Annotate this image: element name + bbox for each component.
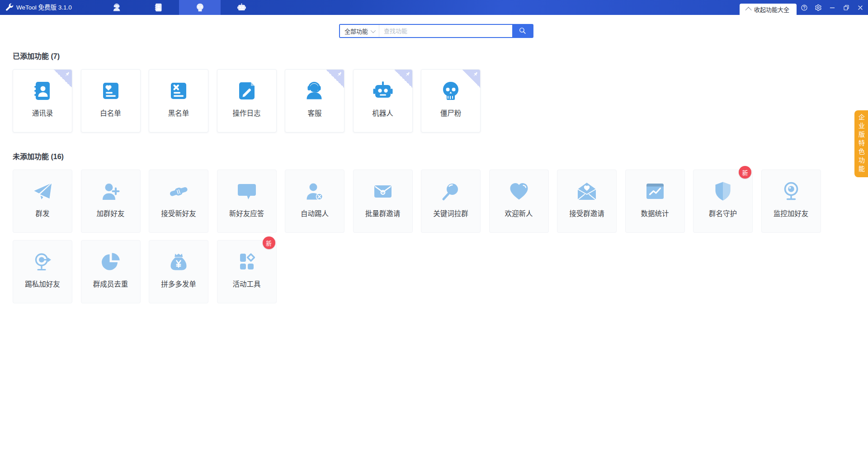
card-label: 群发 bbox=[35, 208, 49, 218]
card-headset-person[interactable]: 客服 bbox=[285, 69, 344, 132]
card-envelope-open-heart[interactable]: 接受群邀请 bbox=[557, 170, 617, 233]
card-label: 操作日志 bbox=[232, 108, 260, 118]
card-label: 自动踢人 bbox=[301, 208, 329, 218]
stats-chart-icon bbox=[644, 180, 666, 202]
card-person-remove[interactable]: 自动踢人 bbox=[285, 170, 344, 233]
titlebar: WeTool 免费版 3.1.0 收起功能大全 bbox=[0, 0, 868, 15]
handshake-icon bbox=[168, 180, 189, 202]
envelope-icon bbox=[372, 180, 394, 202]
pin-corner bbox=[394, 70, 412, 88]
search-bar: 全部功能 bbox=[339, 24, 533, 38]
help-icon[interactable] bbox=[800, 4, 808, 12]
card-label: 接受群邀请 bbox=[569, 208, 604, 218]
skull-icon bbox=[195, 3, 205, 12]
section-title-unadded: 未添加功能 (16) bbox=[13, 151, 64, 161]
card-label: 新好友应答 bbox=[229, 208, 264, 218]
card-webcam[interactable]: 监控加好友 bbox=[761, 170, 821, 233]
activity-grid-icon bbox=[236, 251, 258, 273]
speech-bubble-icon bbox=[236, 180, 258, 202]
chevron-down-icon bbox=[371, 28, 376, 33]
titlebar-tab-contacts[interactable] bbox=[137, 0, 179, 15]
card-heart[interactable]: 欢迎新人 bbox=[489, 170, 549, 233]
card-label: 僵尸粉 bbox=[440, 108, 462, 118]
pin-corner bbox=[462, 70, 480, 88]
card-robot[interactable]: 机器人 bbox=[353, 69, 413, 132]
card-label: 通讯录 bbox=[32, 108, 53, 118]
headset-person-icon bbox=[304, 80, 326, 102]
card-label: 批量群邀请 bbox=[365, 208, 401, 218]
person-plus-icon bbox=[100, 180, 122, 202]
card-magnifier-lens[interactable]: 关键词拉群 bbox=[421, 170, 481, 233]
window-controls bbox=[800, 0, 864, 15]
card-skull[interactable]: 僵尸粉 bbox=[421, 69, 481, 132]
card-envelope[interactable]: 批量群邀请 bbox=[353, 170, 413, 233]
new-badge: 新 bbox=[263, 236, 275, 249]
card-label: 接受新好友 bbox=[161, 208, 196, 218]
robot-icon bbox=[372, 80, 394, 102]
person-remove-icon bbox=[304, 180, 326, 202]
added-grid: 通讯录白名单黑名单操作日志客服机器人僵尸粉 bbox=[13, 69, 481, 132]
card-label: 关键词拉群 bbox=[433, 208, 468, 218]
card-speech-bubble[interactable]: 新好友应答 bbox=[217, 170, 277, 233]
card-handshake[interactable]: 接受新好友 bbox=[149, 170, 208, 233]
magnifier-icon bbox=[519, 27, 526, 36]
card-label: 机器人 bbox=[372, 108, 393, 118]
card-contact-book[interactable]: 通讯录 bbox=[13, 69, 72, 132]
card-stats-chart[interactable]: 数据统计 bbox=[625, 170, 685, 233]
card-label: 踢私加好友 bbox=[25, 279, 60, 288]
card-blacklist-card[interactable]: 黑名单 bbox=[149, 69, 208, 132]
card-label: 欢迎新人 bbox=[505, 208, 533, 218]
robot-icon bbox=[237, 3, 246, 12]
envelope-open-heart-icon bbox=[576, 180, 598, 202]
search-button[interactable] bbox=[512, 25, 533, 37]
card-log-pencil[interactable]: 操作日志 bbox=[217, 69, 277, 132]
unadded-grid: 群发加群好友接受新好友新好友应答自动踢人批量群邀请关键词拉群欢迎新人接受群邀请数… bbox=[13, 170, 821, 303]
titlebar-tab-customer-service[interactable] bbox=[96, 0, 137, 15]
card-paper-plane[interactable]: 群发 bbox=[13, 170, 72, 233]
enterprise-features-tab[interactable]: 企业版特色功能 bbox=[854, 110, 868, 177]
card-shield[interactable]: 新群名守护 bbox=[693, 170, 753, 233]
collapse-feature-panel-button[interactable]: 收起功能大全 bbox=[740, 4, 797, 15]
close-icon[interactable] bbox=[856, 4, 864, 12]
pin-corner bbox=[326, 70, 344, 88]
card-label: 数据统计 bbox=[641, 208, 669, 218]
card-label: 监控加好友 bbox=[774, 208, 809, 218]
paper-plane-icon bbox=[32, 180, 53, 202]
card-money-bag[interactable]: 拼多多发单 bbox=[149, 240, 208, 303]
titlebar-tab-robot[interactable] bbox=[221, 0, 262, 15]
card-label: 拼多多发单 bbox=[161, 279, 196, 288]
card-label: 黑名单 bbox=[168, 108, 189, 118]
contact-book-icon bbox=[154, 3, 163, 12]
contact-book-icon bbox=[32, 80, 53, 102]
maximize-icon[interactable] bbox=[842, 4, 850, 12]
card-label: 白名单 bbox=[100, 108, 121, 118]
section-title-added: 已添加功能 (7) bbox=[13, 50, 60, 61]
wrench-icon bbox=[5, 3, 14, 12]
search-input[interactable] bbox=[379, 25, 512, 37]
card-person-plus[interactable]: 加群好友 bbox=[81, 170, 141, 233]
card-whitelist-card[interactable]: 白名单 bbox=[81, 69, 141, 132]
app-title: WeTool 免费版 3.1.0 bbox=[16, 0, 72, 15]
card-label: 客服 bbox=[307, 108, 321, 118]
card-webcam-arrow[interactable]: 踢私加好友 bbox=[13, 240, 72, 303]
search-filter-dropdown[interactable]: 全部功能 bbox=[340, 25, 379, 37]
card-label: 加群好友 bbox=[96, 208, 124, 218]
card-activity-grid[interactable]: 新活动工具 bbox=[217, 240, 277, 303]
webcam-icon bbox=[780, 180, 802, 202]
card-label: 群名守护 bbox=[709, 208, 737, 218]
new-badge: 新 bbox=[739, 166, 751, 179]
settings-icon[interactable] bbox=[814, 4, 822, 12]
headset-person-icon bbox=[112, 3, 122, 12]
chevron-up-icon bbox=[745, 7, 751, 13]
titlebar-tab-zombie-fans[interactable] bbox=[179, 0, 221, 15]
card-label: 群成员去重 bbox=[93, 279, 128, 288]
collapse-label: 收起功能大全 bbox=[754, 5, 789, 14]
minimize-icon[interactable] bbox=[828, 4, 836, 12]
heart-icon bbox=[508, 180, 530, 202]
blacklist-card-icon bbox=[168, 80, 189, 102]
log-pencil-icon bbox=[236, 80, 258, 102]
card-pie-chart[interactable]: 群成员去重 bbox=[81, 240, 141, 303]
shield-icon bbox=[712, 180, 734, 202]
magnifier-lens-icon bbox=[440, 180, 462, 202]
money-bag-icon bbox=[168, 251, 189, 273]
